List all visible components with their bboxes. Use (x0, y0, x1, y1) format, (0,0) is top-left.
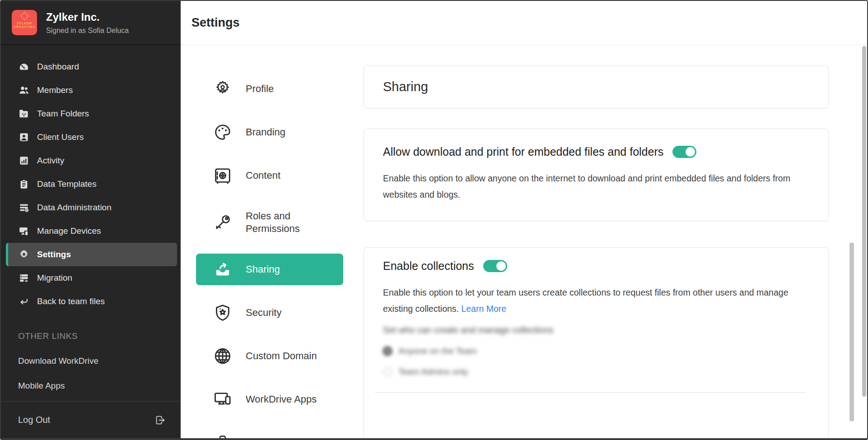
sidebar-item-label: Activity (37, 156, 64, 166)
sidebar-item-label: Client Users (37, 132, 84, 142)
sidebar-item-label: Back to team files (37, 296, 105, 306)
shield-icon (212, 302, 233, 323)
sidebar-item-migration[interactable]: Migration (1, 266, 181, 290)
settings-nav-label: Profile (246, 83, 331, 95)
window-scrollbar-thumb[interactable] (862, 46, 866, 397)
enable-collections-section: Enable collections Enable this option to… (364, 247, 829, 440)
logo-text-line2: CREATIVES (14, 25, 36, 29)
sidebar-item-dashboard[interactable]: Dashboard (1, 55, 181, 79)
logout-button[interactable]: Log Out (1, 401, 181, 438)
enable-collections-heading: Enable collections (383, 259, 474, 273)
profile-icon (212, 79, 233, 99)
collection-permissions-label: Set who can create and manage collection… (383, 325, 809, 335)
embed-download-toggle[interactable] (672, 146, 696, 158)
sidebar: ZYLKER CREATIVES Zylker Inc. Signed in a… (1, 1, 181, 438)
link-mobile-apps[interactable]: Mobile Apps (18, 381, 181, 391)
globe-icon (212, 346, 233, 366)
sidebar-item-back-to-team-files[interactable]: Back to team files (1, 290, 181, 313)
client-users-icon (18, 131, 30, 143)
learn-more-link[interactable]: Learn More (461, 304, 506, 314)
settings-nav-label: Branding (246, 126, 331, 139)
sidebar-item-manage-devices[interactable]: Manage Devices (1, 219, 181, 243)
sidebar-item-label: Dashboard (37, 62, 79, 72)
sidebar-item-settings[interactable]: Settings (6, 243, 177, 266)
settings-nav-profile[interactable]: Profile (196, 73, 343, 105)
main-panel: Sharing Allow download and print for emb… (364, 45, 829, 440)
link-download-workdrive[interactable]: Download WorkDrive (18, 356, 181, 366)
radio-team-admins-only[interactable]: Team Admins only (383, 367, 809, 377)
sidebar-item-activity[interactable]: Activity (1, 149, 181, 172)
back-arrow-icon (18, 296, 30, 307)
members-icon (18, 84, 30, 96)
radio-anyone-on-team[interactable]: Anyone on the Team (383, 346, 809, 356)
content-safe-icon (212, 165, 233, 186)
settings-nav-label: Custom Domain (246, 350, 331, 362)
settings-nav-sharing[interactable]: Sharing (196, 254, 343, 285)
org-logo: ZYLKER CREATIVES (12, 10, 37, 35)
section-divider (375, 392, 806, 393)
key-icon (212, 212, 233, 233)
content-scrollbar-thumb[interactable] (849, 242, 854, 421)
sidebar-item-label: Data Templates (37, 179, 97, 189)
sidebar-item-client-users[interactable]: Client Users (1, 125, 181, 149)
signed-in-as: Signed in as Sofia Deluca (46, 27, 129, 35)
sidebar-item-label: Settings (37, 250, 71, 259)
sharing-icon (212, 259, 233, 280)
enable-collections-toggle[interactable] (483, 260, 507, 272)
settings-nav-label: Roles and Permissions (246, 210, 331, 235)
activity-icon (18, 155, 30, 167)
sidebar-item-label: Manage Devices (37, 226, 101, 236)
settings-nav-label: Content (246, 169, 331, 182)
other-links-header: OTHER LINKS (18, 331, 181, 341)
toggle-knob (496, 261, 506, 271)
blurred-collection-permissions: Set who can create and manage collection… (383, 325, 809, 377)
settings-nav-security[interactable]: Security (196, 297, 343, 329)
settings-nav-partially-visible-item[interactable] (196, 427, 343, 440)
settings-gear-icon (18, 249, 30, 260)
settings-nav-label: WorkDrive Apps (246, 393, 331, 406)
sidebar-item-label: Members (37, 85, 73, 95)
other-links-section: OTHER LINKS Download WorkDrive Mobile Ap… (1, 331, 181, 391)
topbar: Settings (181, 1, 867, 45)
sidebar-item-label: Migration (37, 273, 72, 283)
settings-nav-workdrive-apps[interactable]: WorkDrive Apps (196, 384, 343, 415)
settings-nav-roles-permissions[interactable]: Roles and Permissions (196, 203, 343, 242)
sidebar-item-label: Data Administration (37, 203, 112, 213)
radio-label: Anyone on the Team (398, 346, 477, 356)
data-templates-icon (18, 178, 30, 190)
migration-icon (18, 272, 30, 284)
org-name: Zylker Inc. (46, 11, 129, 23)
sidebar-item-data-templates[interactable]: Data Templates (1, 172, 181, 196)
briefcase-icon (212, 432, 233, 440)
embed-download-section: Allow download and print for embedded fi… (364, 129, 829, 221)
data-administration-icon (18, 202, 30, 213)
topbar-title: Settings (191, 16, 240, 30)
enable-collections-description: Enable this option to let your team user… (383, 284, 809, 317)
dashboard-icon (18, 61, 30, 73)
settings-nav-custom-domain[interactable]: Custom Domain (196, 340, 343, 372)
settings-nav-content[interactable]: Content (196, 160, 343, 191)
embed-download-description: Enable this option to allow anyone on th… (383, 170, 809, 203)
logout-label: Log Out (18, 415, 50, 425)
sidebar-nav: Dashboard Members Team Folders Client Us… (1, 45, 181, 313)
description-text: Enable this option to let your team user… (383, 287, 788, 314)
manage-devices-icon (18, 225, 30, 237)
sidebar-item-team-folders[interactable]: Team Folders (1, 102, 181, 125)
logo-text-line1: ZYLKER (17, 22, 32, 25)
devices-icon (212, 389, 233, 410)
settings-nav: Profile Branding Content Roles and Permi… (181, 45, 359, 440)
team-folders-icon (18, 108, 30, 120)
settings-nav-branding[interactable]: Branding (196, 116, 343, 148)
sidebar-item-members[interactable]: Members (1, 79, 181, 102)
sidebar-item-data-administration[interactable]: Data Administration (1, 196, 181, 219)
branding-palette-icon (212, 122, 233, 143)
org-header: ZYLKER CREATIVES Zylker Inc. Signed in a… (1, 1, 181, 45)
sidebar-item-label: Team Folders (37, 109, 89, 119)
settings-nav-label: Sharing (246, 263, 331, 276)
radio-label: Team Admins only (398, 367, 468, 377)
logout-icon (154, 414, 166, 426)
logo-diamond-icon (20, 12, 28, 20)
radio-unselected-icon (383, 367, 392, 376)
toggle-knob (686, 147, 695, 157)
embed-download-heading: Allow download and print for embedded fi… (383, 145, 663, 158)
